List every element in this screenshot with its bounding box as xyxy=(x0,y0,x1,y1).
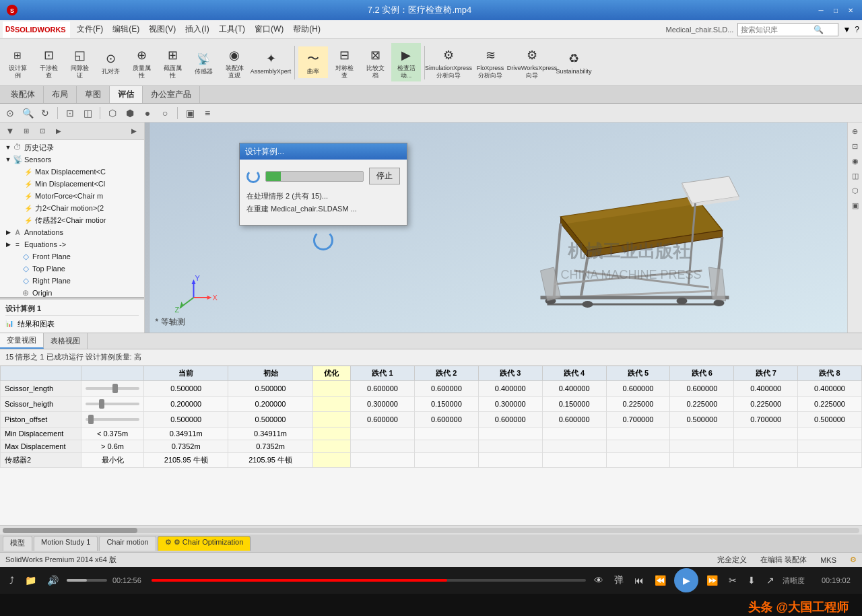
video-share2-btn[interactable]: ↗ xyxy=(764,574,777,587)
view-zoom-area[interactable]: 🔍 xyxy=(20,106,35,121)
toolbar-curvature[interactable]: 〜 曲率 xyxy=(298,46,328,78)
sidebar-btn-4[interactable]: ▶ xyxy=(51,124,66,139)
tree-item-sensor2[interactable]: ⚡ 传感器2<Chair motior xyxy=(0,214,144,226)
right-btn-5[interactable]: ⬡ xyxy=(849,184,861,197)
tree-item-force2[interactable]: ⚡ 力2<Chair motion>(2 xyxy=(0,202,144,214)
toolbar-check-active[interactable]: ▶ 检查活动... xyxy=(391,43,421,82)
close-btn[interactable]: ✕ xyxy=(844,5,857,15)
table-row-slider-0[interactable] xyxy=(81,381,144,397)
view-rotate[interactable]: ↻ xyxy=(38,106,53,121)
menu-insert[interactable]: 插入(I) xyxy=(181,22,213,37)
right-btn-6[interactable]: ▣ xyxy=(849,199,861,211)
toolbar-compare[interactable]: ⊠ 比较文档 xyxy=(360,43,390,82)
right-btn-2[interactable]: ⊡ xyxy=(849,140,861,152)
view-more[interactable]: ≡ xyxy=(200,106,215,121)
tree-item-origin[interactable]: ⊕ Origin xyxy=(0,287,144,297)
menu-edit[interactable]: 编辑(E) xyxy=(108,22,143,37)
tab-variable-view[interactable]: 变量视图 xyxy=(0,333,44,349)
viewport[interactable]: Y X Z 机械工业出版社 CHINA MACHINE PRESS * 等轴测 xyxy=(145,123,862,333)
tab-chair-motion[interactable]: Chair motion xyxy=(99,536,156,551)
toolbar-clearance[interactable]: ◱ 间隙验证 xyxy=(65,43,94,82)
video-next-btn[interactable]: ⏩ xyxy=(704,574,721,587)
tab-evaluate[interactable]: 评估 xyxy=(110,86,143,103)
maximize-btn[interactable]: □ xyxy=(830,5,842,15)
view-display4[interactable]: ○ xyxy=(158,106,172,121)
view-options[interactable]: ▣ xyxy=(183,106,197,121)
toolbar-mass-props[interactable]: ⊕ 质量属性 xyxy=(127,43,156,82)
tab-office[interactable]: 办公室产品 xyxy=(143,86,200,103)
video-subtitle-btn[interactable]: 弹 xyxy=(611,573,626,588)
toolbar-hole-align[interactable]: ⊙ 孔对齐 xyxy=(96,46,125,78)
right-btn-1[interactable]: ⊕ xyxy=(849,125,861,137)
tab-model[interactable]: 模型 xyxy=(3,536,32,551)
tree-item-max-disp[interactable]: ⚡ Max Displacement<C xyxy=(0,166,144,178)
video-settings-btn[interactable]: 👁 xyxy=(591,574,606,587)
view-section[interactable]: ◫ xyxy=(80,106,95,121)
h-scrollbar[interactable] xyxy=(0,525,862,535)
video-rewind-btn[interactable]: ⏮ xyxy=(632,574,646,587)
tab-layout[interactable]: 布局 xyxy=(44,86,77,103)
toolbar-section-props[interactable]: ⊞ 截面属性 xyxy=(158,43,187,82)
search-options-icon[interactable]: ▼ xyxy=(842,25,851,34)
toolbar-driveworks[interactable]: ⚙ DriveWorksXpress向导 xyxy=(512,43,552,82)
video-prev-btn[interactable]: ⏪ xyxy=(652,574,669,587)
view-display3[interactable]: ● xyxy=(140,106,155,121)
toolbar-sensors[interactable]: 📡 传感器 xyxy=(189,46,218,78)
menu-tools[interactable]: 工具(T) xyxy=(215,22,249,37)
menu-help[interactable]: 帮助(H) xyxy=(289,22,325,37)
toolbar-sustainability[interactable]: ♻ Sustainability xyxy=(554,46,594,78)
video-share-btn[interactable]: ⤴ xyxy=(7,574,17,587)
tab-assembly[interactable]: 装配体 xyxy=(3,86,44,103)
menu-file[interactable]: 文件(F) xyxy=(73,22,107,37)
tab-chair-optimization[interactable]: ⚙ ⚙ Chair Optimization xyxy=(158,536,251,551)
window-controls[interactable]: ─ □ ✕ xyxy=(815,5,857,15)
volume-slider[interactable] xyxy=(67,579,107,582)
minimize-btn[interactable]: ─ xyxy=(815,5,827,15)
tab-table-view[interactable]: 表格视图 xyxy=(44,333,88,349)
sidebar-btn-3[interactable]: ⊡ xyxy=(35,124,50,139)
tree-item-right-plane[interactable]: ◇ Right Plane xyxy=(0,275,144,287)
tree-item-history[interactable]: ▼ ⏱ 历史记录 xyxy=(0,141,144,153)
menu-window[interactable]: 窗口(W) xyxy=(251,22,288,37)
video-play-pause-btn[interactable]: ▶ xyxy=(674,568,698,592)
table-row-slider-2[interactable] xyxy=(81,412,144,427)
table-row-slider-1[interactable] xyxy=(81,397,144,412)
right-btn-4[interactable]: ◫ xyxy=(849,170,861,182)
menu-view[interactable]: 视图(V) xyxy=(145,22,180,37)
toolbar-assembly-xpert2[interactable]: ✦ AssemblyXpert xyxy=(251,46,291,78)
tree-toggle-history[interactable]: ▼ xyxy=(4,143,12,151)
tree-item-sensors[interactable]: ▼ 📡 Sensors xyxy=(0,153,144,166)
search-icon[interactable]: 🔍 xyxy=(812,25,825,34)
tree-item-annotations[interactable]: ▶ A Annotations xyxy=(0,226,144,238)
design-study-dialog[interactable]: 设计算例... 停止 在处理情形 2 (共有 15)... 在重建 Medica… xyxy=(239,143,407,226)
toolbar-simulation[interactable]: ⚙ SimulationXpress分析向导 xyxy=(428,43,469,82)
tree-toggle-sensors[interactable]: ▼ xyxy=(4,156,12,164)
tree-item-equations[interactable]: ▶ = Equations -> xyxy=(0,238,144,250)
view-display1[interactable]: ⬡ xyxy=(105,106,120,121)
help-icon[interactable]: ? xyxy=(855,25,859,34)
right-btn-3[interactable]: ◉ xyxy=(849,155,861,167)
toolbar-floXpress[interactable]: ≋ FloXpress分析向导 xyxy=(470,43,510,82)
video-quality-label[interactable]: 清晰度 xyxy=(783,576,816,586)
video-volume-btn[interactable]: 🔊 xyxy=(44,574,61,587)
search-input[interactable] xyxy=(738,26,812,34)
tab-sketch[interactable]: 草图 xyxy=(77,86,110,103)
sidebar-expand-btn[interactable]: ► xyxy=(127,124,141,139)
sidebar-btn-2[interactable]: ⊞ xyxy=(19,124,34,139)
tree-item-top-plane[interactable]: ◇ Top Plane xyxy=(0,263,144,275)
toolbar-assembly-xpert[interactable]: ◉ 装配体直观 xyxy=(220,43,249,82)
video-progress-bar[interactable] xyxy=(152,579,586,582)
design-panel-results[interactable]: 📊 结果和图表 xyxy=(5,318,139,330)
sidebar-btn-1[interactable]: ▼ xyxy=(3,124,18,139)
toolbar-design-study[interactable]: ⊞ 设计算例 xyxy=(3,43,32,82)
video-cut-btn[interactable]: ✂ xyxy=(726,574,739,587)
video-download-btn[interactable]: ⬇ xyxy=(745,574,758,587)
scrollbar-thumb[interactable] xyxy=(3,528,137,533)
toggle-equations[interactable]: ▶ xyxy=(4,240,12,248)
view-standard[interactable]: ⊡ xyxy=(63,106,77,121)
tree-item-min-disp[interactable]: ⚡ Min Displacement<Cl xyxy=(0,178,144,190)
toolbar-interference[interactable]: ⊡ 干涉检查 xyxy=(34,43,63,82)
view-zoom-fit[interactable]: ⊙ xyxy=(3,106,18,121)
toolbar-symmetry[interactable]: ⊟ 对称检查 xyxy=(329,43,359,82)
tree-item-front-plane[interactable]: ◇ Front Plane xyxy=(0,250,144,263)
